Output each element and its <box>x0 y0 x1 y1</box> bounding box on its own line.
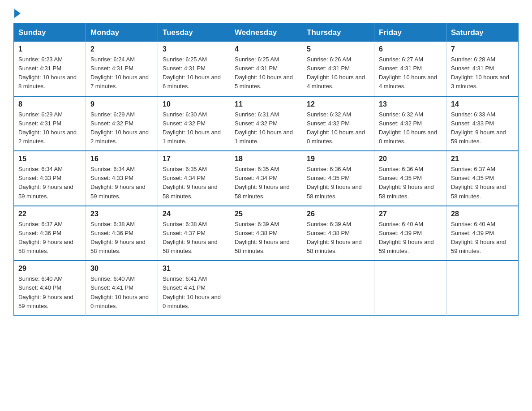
day-number: 10 <box>163 100 225 108</box>
day-number: 3 <box>163 45 225 53</box>
calendar-cell: 5 Sunrise: 6:26 AMSunset: 4:31 PMDayligh… <box>302 42 374 96</box>
day-number: 7 <box>451 45 514 53</box>
day-number: 26 <box>307 210 369 218</box>
day-number: 22 <box>18 210 81 218</box>
calendar-week-row: 8 Sunrise: 6:29 AMSunset: 4:31 PMDayligh… <box>14 96 519 151</box>
calendar-cell: 28 Sunrise: 6:40 AMSunset: 4:39 PMDaylig… <box>446 206 519 261</box>
day-number: 12 <box>307 100 369 108</box>
day-info: Sunrise: 6:32 AMSunset: 4:32 PMDaylight:… <box>379 110 442 146</box>
day-number: 13 <box>379 100 442 108</box>
calendar-header-sunday: Sunday <box>14 24 86 42</box>
calendar-cell: 15 Sunrise: 6:34 AMSunset: 4:33 PMDaylig… <box>14 151 86 206</box>
calendar-cell: 9 Sunrise: 6:29 AMSunset: 4:32 PMDayligh… <box>86 96 158 151</box>
day-info: Sunrise: 6:24 AMSunset: 4:31 PMDaylight:… <box>90 55 153 91</box>
day-number: 4 <box>235 45 297 53</box>
day-info: Sunrise: 6:38 AMSunset: 4:37 PMDaylight:… <box>163 220 225 256</box>
page-header <box>13 9 519 15</box>
calendar-cell: 25 Sunrise: 6:39 AMSunset: 4:38 PMDaylig… <box>230 206 302 261</box>
calendar-cell: 8 Sunrise: 6:29 AMSunset: 4:31 PMDayligh… <box>14 96 86 151</box>
day-number: 1 <box>18 45 81 53</box>
day-info: Sunrise: 6:32 AMSunset: 4:32 PMDaylight:… <box>307 110 369 146</box>
calendar-week-row: 29 Sunrise: 6:40 AMSunset: 4:40 PMDaylig… <box>14 261 519 315</box>
day-info: Sunrise: 6:40 AMSunset: 4:40 PMDaylight:… <box>18 274 81 311</box>
logo <box>13 9 21 15</box>
day-info: Sunrise: 6:34 AMSunset: 4:33 PMDaylight:… <box>18 165 81 201</box>
day-info: Sunrise: 6:27 AMSunset: 4:31 PMDaylight:… <box>379 55 442 91</box>
day-number: 9 <box>90 100 153 108</box>
day-info: Sunrise: 6:35 AMSunset: 4:34 PMDaylight:… <box>163 165 225 201</box>
day-number: 23 <box>90 210 153 218</box>
day-info: Sunrise: 6:40 AMSunset: 4:39 PMDaylight:… <box>379 220 442 256</box>
day-number: 8 <box>18 100 81 108</box>
calendar-cell: 20 Sunrise: 6:36 AMSunset: 4:35 PMDaylig… <box>374 151 446 206</box>
calendar-cell: 23 Sunrise: 6:38 AMSunset: 4:36 PMDaylig… <box>86 206 158 261</box>
day-info: Sunrise: 6:36 AMSunset: 4:35 PMDaylight:… <box>379 165 442 201</box>
calendar-cell: 3 Sunrise: 6:25 AMSunset: 4:31 PMDayligh… <box>158 42 230 96</box>
day-number: 18 <box>235 155 297 163</box>
day-info: Sunrise: 6:31 AMSunset: 4:32 PMDaylight:… <box>235 110 297 146</box>
calendar-cell: 11 Sunrise: 6:31 AMSunset: 4:32 PMDaylig… <box>230 96 302 151</box>
day-info: Sunrise: 6:33 AMSunset: 4:33 PMDaylight:… <box>451 110 514 146</box>
calendar-cell <box>374 261 446 315</box>
calendar-week-row: 1 Sunrise: 6:23 AMSunset: 4:31 PMDayligh… <box>14 42 519 96</box>
calendar-header-thursday: Thursday <box>302 24 374 42</box>
calendar-header-saturday: Saturday <box>446 24 519 42</box>
day-info: Sunrise: 6:36 AMSunset: 4:35 PMDaylight:… <box>307 165 369 201</box>
calendar-cell: 22 Sunrise: 6:37 AMSunset: 4:36 PMDaylig… <box>14 206 86 261</box>
day-info: Sunrise: 6:30 AMSunset: 4:32 PMDaylight:… <box>163 110 225 146</box>
day-info: Sunrise: 6:40 AMSunset: 4:41 PMDaylight:… <box>90 274 153 311</box>
day-number: 28 <box>451 210 514 218</box>
day-info: Sunrise: 6:38 AMSunset: 4:36 PMDaylight:… <box>90 220 153 256</box>
day-number: 20 <box>379 155 442 163</box>
calendar-header-friday: Friday <box>374 24 446 42</box>
day-info: Sunrise: 6:39 AMSunset: 4:38 PMDaylight:… <box>307 220 369 256</box>
day-number: 6 <box>379 45 442 53</box>
day-info: Sunrise: 6:41 AMSunset: 4:41 PMDaylight:… <box>163 274 225 311</box>
day-info: Sunrise: 6:34 AMSunset: 4:33 PMDaylight:… <box>90 165 153 201</box>
day-info: Sunrise: 6:25 AMSunset: 4:31 PMDaylight:… <box>163 55 225 91</box>
calendar-cell <box>446 261 519 315</box>
calendar-cell <box>230 261 302 315</box>
day-number: 27 <box>379 210 442 218</box>
calendar-cell: 12 Sunrise: 6:32 AMSunset: 4:32 PMDaylig… <box>302 96 374 151</box>
day-number: 21 <box>451 155 514 163</box>
day-info: Sunrise: 6:23 AMSunset: 4:31 PMDaylight:… <box>18 55 81 91</box>
day-number: 29 <box>18 265 81 273</box>
day-number: 17 <box>163 155 225 163</box>
calendar-cell: 19 Sunrise: 6:36 AMSunset: 4:35 PMDaylig… <box>302 151 374 206</box>
calendar-cell: 6 Sunrise: 6:27 AMSunset: 4:31 PMDayligh… <box>374 42 446 96</box>
logo-top <box>13 9 21 18</box>
calendar-cell: 14 Sunrise: 6:33 AMSunset: 4:33 PMDaylig… <box>446 96 519 151</box>
calendar-header-row: SundayMondayTuesdayWednesdayThursdayFrid… <box>14 24 519 42</box>
calendar-cell: 4 Sunrise: 6:25 AMSunset: 4:31 PMDayligh… <box>230 42 302 96</box>
calendar-cell: 30 Sunrise: 6:40 AMSunset: 4:41 PMDaylig… <box>86 261 158 315</box>
calendar-table: SundayMondayTuesdayWednesdayThursdayFrid… <box>13 23 519 316</box>
day-info: Sunrise: 6:29 AMSunset: 4:31 PMDaylight:… <box>18 110 81 146</box>
calendar-cell: 29 Sunrise: 6:40 AMSunset: 4:40 PMDaylig… <box>14 261 86 315</box>
day-info: Sunrise: 6:26 AMSunset: 4:31 PMDaylight:… <box>307 55 369 91</box>
calendar-week-row: 15 Sunrise: 6:34 AMSunset: 4:33 PMDaylig… <box>14 151 519 206</box>
calendar-header-monday: Monday <box>86 24 158 42</box>
calendar-cell: 21 Sunrise: 6:37 AMSunset: 4:35 PMDaylig… <box>446 151 519 206</box>
day-number: 30 <box>90 265 153 273</box>
day-info: Sunrise: 6:40 AMSunset: 4:39 PMDaylight:… <box>451 220 514 256</box>
day-number: 31 <box>163 265 225 273</box>
day-info: Sunrise: 6:37 AMSunset: 4:35 PMDaylight:… <box>451 165 514 201</box>
calendar-cell: 18 Sunrise: 6:35 AMSunset: 4:34 PMDaylig… <box>230 151 302 206</box>
day-info: Sunrise: 6:29 AMSunset: 4:32 PMDaylight:… <box>90 110 153 146</box>
calendar-week-row: 22 Sunrise: 6:37 AMSunset: 4:36 PMDaylig… <box>14 206 519 261</box>
day-number: 11 <box>235 100 297 108</box>
day-info: Sunrise: 6:28 AMSunset: 4:31 PMDaylight:… <box>451 55 514 91</box>
calendar-cell: 1 Sunrise: 6:23 AMSunset: 4:31 PMDayligh… <box>14 42 86 96</box>
calendar-cell: 26 Sunrise: 6:39 AMSunset: 4:38 PMDaylig… <box>302 206 374 261</box>
day-info: Sunrise: 6:35 AMSunset: 4:34 PMDaylight:… <box>235 165 297 201</box>
day-info: Sunrise: 6:25 AMSunset: 4:31 PMDaylight:… <box>235 55 297 91</box>
logo-arrow-icon <box>14 9 21 18</box>
calendar-header-tuesday: Tuesday <box>158 24 230 42</box>
day-number: 15 <box>18 155 81 163</box>
calendar-cell: 27 Sunrise: 6:40 AMSunset: 4:39 PMDaylig… <box>374 206 446 261</box>
calendar-header-wednesday: Wednesday <box>230 24 302 42</box>
day-number: 14 <box>451 100 514 108</box>
day-number: 19 <box>307 155 369 163</box>
calendar-cell: 2 Sunrise: 6:24 AMSunset: 4:31 PMDayligh… <box>86 42 158 96</box>
